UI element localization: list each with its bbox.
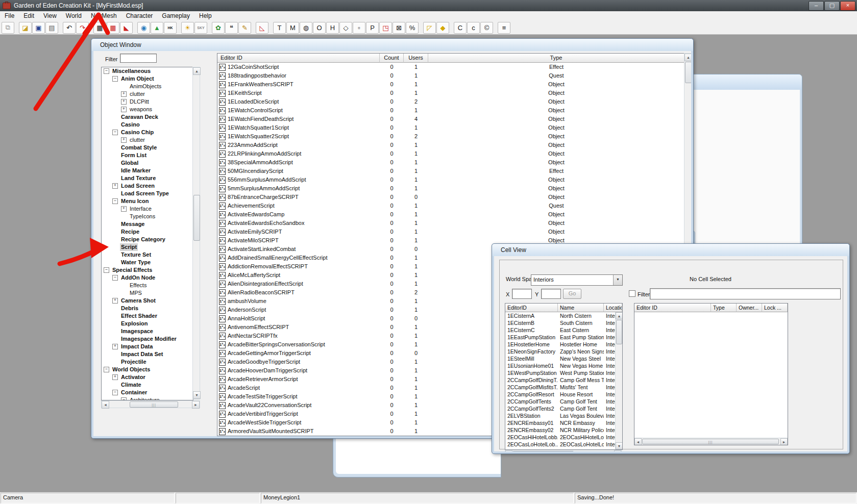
close-button[interactable]: × [840,1,855,11]
x-coordinate-input[interactable] [512,289,532,299]
Hostetler Home[interactable]: 1EHostetlerHome Hostetler Home Interior [505,341,615,348]
cell-view-title[interactable]: Cell View [492,244,849,256]
tree-item[interactable]: Effect Shader [102,312,193,320]
script-row[interactable]: 1²₃223AmmoAddScript 0 1 Object [217,141,684,149]
tree-item[interactable]: Casino [102,121,193,129]
light-picker-icon[interactable]: ◸ [423,22,436,34]
occlusion-marker-icon[interactable]: O [313,22,326,34]
tree-item[interactable]: − AddOn Node [102,274,193,282]
tree-expander-icon[interactable]: + [121,99,127,105]
Misfits' Tent[interactable]: 2CCampGolfMisfitsT... Misfits' Tent Inte… [505,384,615,391]
tree-item[interactable]: Impact Data Set [102,350,193,358]
tree-expander-icon[interactable]: − [104,367,109,372]
version-control-icon[interactable]: ⧉ [2,22,14,34]
column-header-editorid[interactable]: EditorID [505,304,558,312]
column-header-type[interactable]: Type [428,54,684,63]
tree-expander-icon[interactable]: − [104,267,109,273]
scroll-right-icon[interactable]: ► [780,438,788,445]
New Vegas Home[interactable]: 1EUsonianHome01 New Vegas Home Interior [505,362,615,369]
scroll-up-icon[interactable]: ▲ [616,312,623,319]
tree-expander-icon[interactable]: − [112,76,118,82]
script-row[interactable]: 1²₃AchievementScript 0 1 Quest [217,201,684,210]
tree-item[interactable]: − Anim Object [102,75,193,83]
tree-item[interactable]: Debris [102,305,193,312]
rotation-snap-icon[interactable]: ◣ [120,22,133,34]
tree-item[interactable]: + Interface [102,205,193,213]
world-icon[interactable]: ◉ [137,22,150,34]
column-header-editor-id[interactable]: Editor ID [217,54,380,63]
save-icon[interactable]: ▣ [32,22,45,34]
combat-marker-icon[interactable]: C [454,22,467,34]
tree-expander-icon[interactable]: + [112,298,118,304]
tree-expander-icon[interactable]: + [121,107,127,112]
grid-snap-icon[interactable]: ▦ [93,22,106,34]
scroll-left-icon[interactable]: ◄ [505,450,512,451]
tree-item[interactable]: Message [102,220,193,228]
dialogue-icon[interactable]: ❝ [225,22,238,34]
tree-expander-icon[interactable]: − [112,130,118,135]
column-header-type[interactable]: Type [711,304,737,312]
South Cistern[interactable]: 1ECisternB South Cistern Interior [505,319,615,326]
tree-item[interactable]: + DLCPitt [102,98,193,106]
tree-item[interactable]: − Architecture [102,396,193,400]
tree-item[interactable]: + clutter [102,136,193,144]
scroll-left-icon[interactable]: ◄ [634,438,642,445]
list-view-icon[interactable]: ≡ [498,22,510,34]
sound-marker-icon[interactable]: M [286,22,299,34]
tree-expander-icon[interactable]: − [104,68,109,74]
NCR Embassy[interactable]: 2ENCREmbassy01 NCR Embassy Interior [505,419,615,426]
NCR Military Police ...[interactable]: 2ENCREmbassy02 NCR Military Police ... I… [505,426,615,434]
tree-item[interactable]: Texture Set [102,251,193,259]
script-row[interactable]: 1²₃1ELoadedDiceScript 0 2 Object [217,97,684,106]
minimize-button[interactable]: – [809,1,824,11]
tree-item[interactable]: − Special Effects [102,266,193,274]
tree-item[interactable]: − World Objects [102,366,193,373]
scrollbar-thumb[interactable]: ||| [130,401,178,408]
menu-item[interactable]: Gameplay [157,11,194,21]
angle-snap-icon[interactable]: ▦ [107,22,119,34]
tree-item[interactable]: + weapons [102,106,193,113]
West Pump Station[interactable]: 1EWestPumpStation West Pump Station Inte… [505,369,615,376]
scrollbar-thumb[interactable] [512,451,574,451]
column-header-name[interactable]: Name [558,304,604,312]
tree-item[interactable]: Global [102,159,193,167]
tree-item[interactable]: TypeIcons [102,213,193,220]
go-button[interactable]: Go [563,289,581,299]
chevron-down-icon[interactable]: ▼ [613,275,622,285]
scrollbar-thumb[interactable] [616,320,622,344]
script-row[interactable]: 1²₃12GaCoinShotScript 0 1 Effect [217,63,684,71]
script-row[interactable]: 1²₃5mmSurplusAmmoAddScript 0 1 Object [217,184,684,193]
menu-item[interactable]: View [39,11,61,21]
tree-item[interactable]: Recipe Category [102,236,193,243]
script-row[interactable]: 1²₃ActivateEdwardsEchoSandbox 0 1 Object [217,219,684,228]
tree-item[interactable]: Form List [102,152,193,159]
tree-expander-icon[interactable]: − [112,198,118,204]
undo-icon[interactable]: ↶ [63,22,76,34]
column-header-location[interactable]: Location [604,304,622,312]
column-header-lock[interactable]: Lock ... [762,304,788,312]
House Resort[interactable]: 2CCampGolfResort House Resort Interior [505,391,615,398]
scroll-up-icon[interactable]: ▲ [193,67,201,75]
cell-object-list-horizontal-scrollbar[interactable]: ◄ ||| ► [634,438,788,445]
havok-sim-icon[interactable]: HK [164,22,177,34]
y-coordinate-input[interactable] [541,289,561,299]
tree-item[interactable]: + Load Screen [102,182,193,190]
North Cistern[interactable]: 1ECisternA North Cistern Interior [505,312,615,319]
link-icon[interactable]: % [406,22,419,34]
scroll-up-icon[interactable]: ▲ [684,54,691,61]
2EOCasHiHotelLob...[interactable]: 2EOCasHiHotelLobb... 2EOCasHiHotelLob...… [505,434,615,441]
script-row[interactable]: 1²₃1EWatchSquatter1Script 0 1 Object [217,123,684,132]
redo-icon[interactable]: ↷ [76,22,89,34]
cell-list-horizontal-scrollbar[interactable]: ◄ ► [505,450,622,451]
script-row[interactable]: 1²₃38SpecialAmmoAddScript 0 1 Object [217,158,684,167]
tree-item[interactable]: Land Texture [102,174,193,182]
landscape-edit-icon[interactable]: ▲ [151,22,163,34]
script-row[interactable]: 1²₃188tradingpostbehavior 0 1 Quest [217,71,684,80]
column-header-count[interactable]: Count [380,54,404,63]
multibound-icon[interactable]: ◍ [300,22,312,34]
object-window-title[interactable]: Object Window [91,39,693,51]
lights-icon[interactable]: ☀ [181,22,194,34]
tree-item[interactable]: − Menu Icon [102,197,193,205]
menu-item[interactable]: NavMesh [86,11,121,21]
tree-expander-icon[interactable]: + [112,183,118,189]
